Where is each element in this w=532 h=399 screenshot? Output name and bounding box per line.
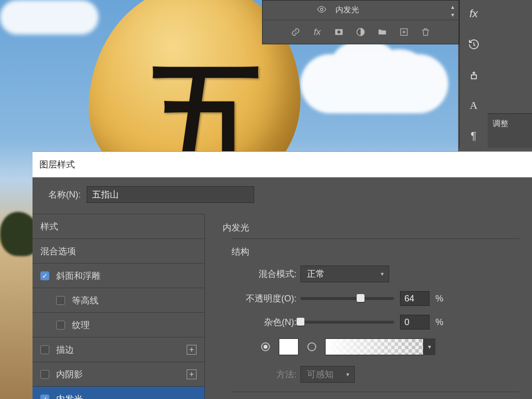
adjustments-label: 调整 <box>493 119 508 128</box>
history-icon[interactable] <box>467 37 481 51</box>
slider-thumb[interactable] <box>297 318 304 326</box>
slider-thumb[interactable] <box>357 294 365 302</box>
right-toolbar: fx A ¶ <box>459 0 488 148</box>
opacity-slider[interactable] <box>300 297 394 300</box>
glow-color-swatch[interactable] <box>279 338 299 355</box>
adjustments-panel-tab[interactable]: 调整 <box>488 113 532 148</box>
styles-header[interactable]: 样式 <box>33 214 204 239</box>
clone-source-icon[interactable] <box>467 68 481 82</box>
layers-panel-footer: fx <box>263 20 459 44</box>
stroke-checkbox[interactable] <box>40 345 49 354</box>
chevron-down-icon: ▾ <box>381 270 384 277</box>
effect-settings-pane: 内发光 结构 混合模式: 正常 ▾ 不透明度(O): <box>205 214 532 399</box>
opacity-label: 不透明度(O): <box>232 293 300 304</box>
technique-label: 方法: <box>232 368 300 380</box>
panel-collapse-icon[interactable]: ▴▾ <box>447 3 459 18</box>
add-stroke-icon[interactable]: + <box>187 345 197 355</box>
visibility-icon[interactable] <box>317 4 327 16</box>
percent-unit: % <box>435 317 443 328</box>
cloud-decoration <box>300 54 448 113</box>
bevel-checkbox[interactable] <box>40 271 49 280</box>
solid-color-radio[interactable] <box>261 342 270 351</box>
add-inner-shadow-icon[interactable]: + <box>187 369 197 379</box>
noise-slider[interactable] <box>300 321 394 324</box>
trash-icon[interactable] <box>420 27 431 37</box>
noise-label: 杂色(N): <box>232 316 300 328</box>
new-layer-icon[interactable] <box>399 27 409 37</box>
effects-list: 样式 混合选项 斜面和浮雕 等高线 纹理 描边 + 内阴影 + <box>33 214 205 399</box>
percent-unit: % <box>435 294 443 304</box>
contour-checkbox[interactable] <box>56 296 65 305</box>
gradient-chevron-icon[interactable]: ▾ <box>424 338 435 355</box>
bevel-emboss-row[interactable]: 斜面和浮雕 <box>33 264 204 288</box>
blend-mode-select[interactable]: 正常 ▾ <box>300 266 389 282</box>
group-icon[interactable] <box>377 27 388 37</box>
structure-subtitle: 结构 <box>232 246 519 258</box>
layer-mask-icon[interactable] <box>333 27 344 37</box>
noise-value-input[interactable]: 0 <box>400 315 430 330</box>
layer-name-input[interactable] <box>87 186 254 203</box>
inner-glow-checkbox[interactable] <box>40 395 49 399</box>
texture-checkbox[interactable] <box>56 321 65 330</box>
technique-select: 可感知 ▾ <box>300 366 355 383</box>
inner-shadow-row[interactable]: 内阴影 + <box>33 362 204 387</box>
layer-effect-label: 内发光 <box>335 5 359 15</box>
blend-mode-label: 混合模式: <box>232 268 300 280</box>
cloud-decoration <box>0 0 99 34</box>
inner-shadow-checkbox[interactable] <box>40 370 49 379</box>
gradient-picker[interactable] <box>325 338 424 355</box>
dialog-title: 图层样式 <box>33 152 532 177</box>
name-label: 名称(N): <box>48 189 81 200</box>
blending-options-row[interactable]: 混合选项 <box>33 239 204 264</box>
layer-effect-row[interactable]: 内发光 <box>263 0 459 20</box>
contour-row[interactable]: 等高线 <box>33 288 204 313</box>
fx-icon[interactable]: fx <box>312 27 323 37</box>
chevron-down-icon: ▾ <box>346 371 349 378</box>
section-title: 内发光 <box>223 222 519 233</box>
svg-point-2 <box>337 31 341 34</box>
opacity-value-input[interactable]: 64 <box>400 291 430 306</box>
fx-styles-icon[interactable]: fx <box>467 7 481 21</box>
gradient-radio[interactable] <box>307 342 316 351</box>
paragraph-panel-icon[interactable]: ¶ <box>467 129 481 143</box>
adjustment-layer-icon[interactable] <box>355 27 366 37</box>
layers-panel: 内发光 fx ▴▾ <box>262 0 459 44</box>
stroke-row[interactable]: 描边 + <box>33 337 204 362</box>
svg-rect-5 <box>471 75 476 79</box>
link-layers-icon[interactable] <box>290 27 301 37</box>
texture-row[interactable]: 纹理 <box>33 313 204 337</box>
layer-style-dialog: 图层样式 名称(N): 样式 混合选项 斜面和浮雕 等高线 纹理 描边 <box>33 151 532 399</box>
svg-point-0 <box>321 8 323 10</box>
character-panel-icon[interactable]: A <box>467 99 481 112</box>
inner-glow-row[interactable]: 内发光 <box>33 387 204 399</box>
